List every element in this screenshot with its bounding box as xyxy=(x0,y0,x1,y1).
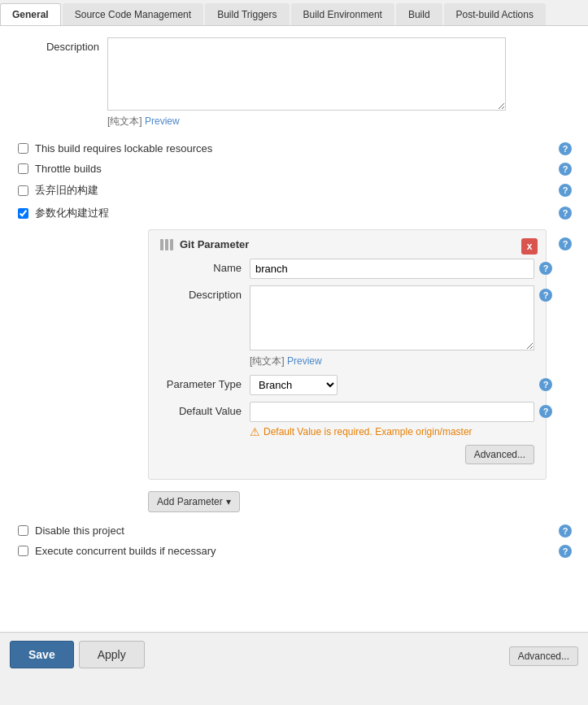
git-param-desc-help-icon[interactable]: ? xyxy=(539,289,552,302)
warning-text: Default Value is required. Example origi… xyxy=(264,426,473,437)
checkbox-concurrent-builds: Execute concurrent builds if necessary ? xyxy=(10,541,578,561)
tab-general[interactable]: General xyxy=(0,3,61,25)
tab-scm[interactable]: Source Code Management xyxy=(63,3,203,25)
checkbox-lockable-resources: This build requires lockable resources ? xyxy=(10,138,578,159)
bottom-bar: Save Apply Advanced... xyxy=(0,632,588,677)
git-param-default-value: ⚠ Default Value is required. Example ori… xyxy=(250,402,534,464)
add-parameter-button[interactable]: Add Parameter ▾ xyxy=(148,491,240,512)
description-row: Description [纯文本] Preview xyxy=(10,34,578,132)
git-param-warning: ⚠ Default Value is required. Example ori… xyxy=(250,425,534,438)
disable-project-label[interactable]: Disable this project xyxy=(35,524,124,537)
bottom-section: Disable this project ? Execute concurren… xyxy=(10,520,578,561)
main-content: Description [纯文本] Preview This build req… xyxy=(0,26,588,677)
add-param-dropdown-icon: ▾ xyxy=(226,496,231,507)
git-param-name-label: Name xyxy=(160,259,250,274)
git-param-type-value: Branch Tag Revision Pull Request ? xyxy=(250,375,534,395)
concurrent-builds-checkbox[interactable] xyxy=(18,546,28,556)
git-param-type-select[interactable]: Branch Tag Revision Pull Request xyxy=(250,375,338,395)
plain-text-label: [纯文本] xyxy=(107,115,142,127)
checkbox-discard-old: 丢弃旧的构建 ? xyxy=(10,179,578,202)
description-field-value: [纯文本] Preview xyxy=(107,37,578,128)
add-param-label: Add Parameter xyxy=(157,496,223,507)
git-param-type-help-icon[interactable]: ? xyxy=(539,378,552,391)
git-param-advanced-button[interactable]: Advanced... xyxy=(465,445,534,464)
apply-button[interactable]: Apply xyxy=(79,641,145,668)
git-param-name-input[interactable] xyxy=(250,259,534,279)
description-textarea[interactable] xyxy=(107,37,506,111)
parameterize-checkbox[interactable] xyxy=(18,208,28,219)
git-param-desc-row: Description [纯文本] Preview ? xyxy=(160,285,534,368)
preview-links: [纯文本] Preview xyxy=(107,115,578,128)
tabs-bar: General Source Code Management Build Tri… xyxy=(0,0,588,26)
discard-old-label[interactable]: 丢弃旧的构建 xyxy=(35,183,98,198)
checkbox-throttle-builds: Throttle builds ? xyxy=(10,159,578,179)
tab-post-build[interactable]: Post-build Actions xyxy=(444,3,546,25)
git-param-default-label: Default Value xyxy=(160,402,250,417)
git-param-drag-icon xyxy=(160,239,173,250)
git-param-help-icon-outer[interactable]: ? xyxy=(559,237,572,250)
git-param-default-input[interactable] xyxy=(250,402,534,422)
concurrent-builds-help-icon[interactable]: ? xyxy=(559,545,572,558)
disable-project-help-icon[interactable]: ? xyxy=(559,524,572,537)
git-param-default-help-icon[interactable]: ? xyxy=(539,405,552,418)
git-param-desc-preview-links: [纯文本] Preview xyxy=(250,355,534,368)
git-param-close-button[interactable]: x xyxy=(521,238,538,255)
tab-build[interactable]: Build xyxy=(396,3,442,25)
git-param-plain-text: [纯文本] xyxy=(250,355,285,367)
parameterize-label[interactable]: 参数化构建过程 xyxy=(35,206,109,220)
checkbox-parameterize: 参数化构建过程 ? xyxy=(10,202,578,224)
git-param-type-row: Parameter Type Branch Tag Revision Pull … xyxy=(160,375,534,395)
add-param-container: Add Parameter ▾ xyxy=(148,485,578,512)
git-param-default-row: Default Value ⚠ Default Value is require… xyxy=(160,402,534,464)
lockable-resources-checkbox[interactable] xyxy=(18,143,28,154)
git-param-desc-value: [纯文本] Preview ? xyxy=(250,285,534,368)
git-param-name-help-icon[interactable]: ? xyxy=(539,262,552,275)
disable-project-checkbox[interactable] xyxy=(18,525,28,536)
git-param-title: Git Parameter xyxy=(180,238,249,250)
lockable-resources-label[interactable]: This build requires lockable resources xyxy=(35,142,212,154)
warning-triangle-icon: ⚠ xyxy=(250,425,260,438)
tab-build-environment[interactable]: Build Environment xyxy=(291,3,394,25)
lockable-resources-help-icon[interactable]: ? xyxy=(559,142,572,155)
discard-old-checkbox[interactable] xyxy=(18,185,28,196)
bottom-bar-left: Save Apply xyxy=(10,641,145,668)
throttle-builds-help-icon[interactable]: ? xyxy=(559,163,572,176)
git-param-preview-link[interactable]: Preview xyxy=(287,355,322,367)
concurrent-builds-label[interactable]: Execute concurrent builds if necessary xyxy=(35,545,216,557)
discard-old-help-icon[interactable]: ? xyxy=(559,184,572,197)
tab-build-triggers[interactable]: Build Triggers xyxy=(205,3,289,25)
bottom-advanced-button[interactable]: Advanced... xyxy=(509,646,578,666)
checkbox-disable-project: Disable this project ? xyxy=(10,520,578,541)
parameterize-help-icon[interactable]: ? xyxy=(559,207,572,220)
git-param-header: Git Parameter x xyxy=(160,238,534,250)
throttle-builds-label[interactable]: Throttle builds xyxy=(35,163,102,175)
save-button[interactable]: Save xyxy=(10,641,74,668)
throttle-builds-checkbox[interactable] xyxy=(18,163,28,174)
git-parameter-box: Git Parameter x Name ? Description [纯文本] xyxy=(148,229,547,480)
description-label: Description xyxy=(10,37,107,53)
git-param-desc-textarea[interactable] xyxy=(250,285,534,350)
git-param-name-value: ? xyxy=(250,259,534,279)
git-param-type-label: Parameter Type xyxy=(160,375,250,390)
git-param-name-row: Name ? xyxy=(160,259,534,279)
git-param-desc-label: Description xyxy=(160,285,250,301)
preview-link[interactable]: Preview xyxy=(145,115,180,127)
